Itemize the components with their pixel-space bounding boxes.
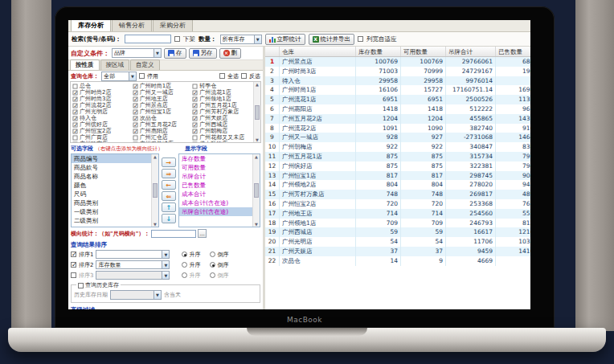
checkbox[interactable] [133,90,137,95]
checkbox[interactable] [73,109,78,114]
offshelf-checkbox[interactable] [174,36,180,42]
invert-select-checkbox[interactable] [241,73,247,79]
warehouse-item[interactable]: 佛山顺德店 [192,141,252,143]
available-field-item[interactable]: 商品编号 [72,154,151,163]
select-all-checkbox[interactable] [219,73,225,79]
table-row[interactable]: 22次品仓14946690 [265,256,530,266]
warehouse-item[interactable]: 广州广百店 [72,134,133,141]
warehouse-item[interactable]: 广州恒宝1店 [133,108,193,115]
checkbox[interactable] [133,103,137,108]
warehouse-item[interactable]: 广州时尚1店 [133,83,193,89]
warehouse-item[interactable]: 广州时尚3店 [72,96,133,102]
checkbox[interactable] [193,135,198,140]
table-row[interactable]: 18广州领地1店7097092467938122 [265,219,530,228]
display-field-item[interactable]: 成本合计(含在途) [179,198,252,207]
move-all-left-icon[interactable]: ⇐ [162,191,176,201]
asc-radio[interactable] [182,272,187,278]
display-field-item[interactable]: 吊牌合计(含在途) [179,207,252,216]
checkbox[interactable] [193,90,198,95]
warehouse-item[interactable]: 广州缤好店 [72,121,133,128]
checkbox[interactable] [73,103,78,108]
warehouse-item[interactable]: 广州惠阳店 [133,128,193,134]
app-tab[interactable]: 库存分析 [71,20,111,31]
table-row[interactable]: 17广州地王店7147142545605558 [265,209,530,219]
checkbox[interactable] [133,135,137,140]
checkbox[interactable] [73,122,78,127]
stat-now-button[interactable]: 立即统计 [265,34,305,45]
table-row[interactable]: 7广州五月花2店1204120445586514319 [265,114,530,124]
scroll-thumb[interactable] [254,183,259,198]
column-header[interactable]: 库存数量 [356,47,401,56]
checkbox[interactable] [73,129,78,133]
sort-enable-checkbox[interactable] [71,262,76,268]
disabled-warehouse-checkbox[interactable] [139,73,145,79]
warehouse-item[interactable]: 待入仓 [72,115,133,121]
warehouse-item[interactable]: 广州芳村万象店 [192,108,252,115]
warehouse-item[interactable]: 广州延安店 [72,141,133,143]
available-field-item[interactable]: 尺码 [72,190,151,198]
checkbox[interactable] [73,84,78,88]
warehouse-item[interactable]: 广州流花1店 [192,89,252,96]
table-row[interactable]: 19广州西城店59591661712169 [265,227,530,237]
available-field-item[interactable]: 商品类别 [72,198,151,207]
warehouse-item[interactable]: 广州领地1店 [192,96,252,102]
warehouse-item[interactable]: 广州恒宝2店 [72,128,133,134]
warehouse-item[interactable]: 广州汇仓店 [133,134,193,141]
desc-radio[interactable] [210,272,215,278]
table-row[interactable]: 3待入仓299582995899760148 [265,76,530,86]
history-checkbox[interactable] [78,283,84,288]
scroll-thumb[interactable] [255,105,260,120]
asc-radio[interactable] [182,252,187,257]
chevron-down-icon[interactable]: ▼ [254,35,261,43]
table-row[interactable]: 16广州恒宝2店7207202533687626 [265,199,530,209]
table-row[interactable]: 20广州光明店54541170610332 [265,237,530,247]
table-row[interactable]: 8广州流花2店109110903827409165 [265,124,530,133]
chevron-down-icon[interactable]: ▼ [162,251,169,258]
cross-stat-picker-button[interactable]: … [198,229,207,238]
sort-field-select[interactable]: ▼ [96,250,170,259]
checkbox[interactable] [133,141,137,143]
scroll-up-icon[interactable]: ▲ [152,154,158,159]
table-row[interactable]: 12广州缤好店8758753223817944 [265,162,530,171]
app-tab[interactable]: 采购分析 [153,20,193,31]
sort-enable-checkbox[interactable] [71,252,76,257]
move-left-icon[interactable]: ← [162,180,176,190]
warehouse-item[interactable]: 广州又一城店 [133,89,193,96]
table-row[interactable]: 15广州芳村万象店7487482698174899 [265,190,530,199]
sort-field-select[interactable]: 库存数量▼ [96,260,170,269]
checkbox[interactable] [193,129,198,133]
warehouse-item[interactable]: 广州地王店 [133,96,193,102]
checkbox[interactable] [193,116,198,121]
checkbox[interactable] [193,109,198,114]
warehouse-item[interactable]: 广州服装城店 [133,141,193,143]
table-row[interactable]: 11广州五月花1店8758753157347972 [265,152,530,162]
asc-radio[interactable] [182,262,187,268]
chevron-down-icon[interactable]: ▼ [162,261,169,268]
left-tab[interactable]: 按区域 [100,59,130,70]
condition-select[interactable]: 品牌 ▼ [112,48,162,58]
table-row[interactable]: 10广州朝梅店9229223408478385 [265,142,530,152]
cross-stat-input[interactable] [151,230,196,238]
table-row[interactable]: 21广州天娱店3737945914100 [265,247,530,256]
checkbox[interactable] [133,129,137,133]
checkbox[interactable] [193,122,198,127]
table-row[interactable]: 9广州又一城店928927-273106814641 [265,133,530,142]
desc-radio[interactable] [210,262,215,268]
table-row[interactable]: 6广州惠阳店141814185122229612 [265,104,530,114]
history-date-select[interactable]: ▼ [110,290,162,300]
checkbox[interactable] [193,96,198,101]
scroll-up-icon[interactable]: ▲ [254,82,260,87]
checkbox[interactable] [73,90,78,95]
chevron-down-icon[interactable]: ▼ [154,49,161,57]
table-row[interactable]: 14广州领地2店8048042780209414 [265,180,530,190]
warehouse-item[interactable]: 广州朝梅店 [192,128,252,134]
available-field-item[interactable]: 一级类别 [72,207,151,216]
warehouse-item[interactable]: 广州西城店 [192,121,252,128]
chevron-down-icon[interactable]: ▼ [154,291,161,299]
available-field-item[interactable]: 二级类别 [72,216,151,225]
warehouse-item[interactable]: 广州景点店 [133,102,193,108]
warehouse-scope-select[interactable]: 全部 ▼ [101,72,137,81]
save-as-button[interactable]: 另存 [189,48,217,59]
scroll-thumb[interactable] [153,183,158,198]
desc-radio[interactable] [210,252,215,257]
